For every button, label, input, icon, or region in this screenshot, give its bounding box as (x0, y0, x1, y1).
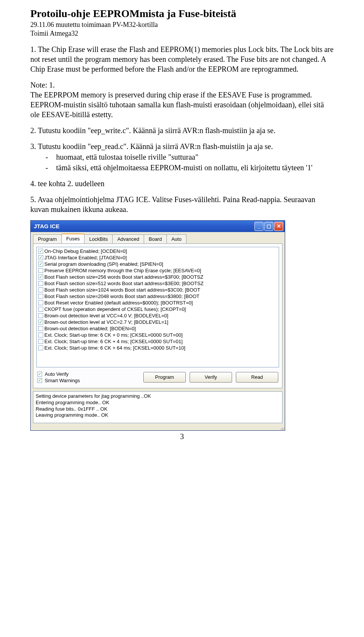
fuse-label: CKOPT fuse (operation dependent of CKSEL… (44, 306, 186, 312)
close-button[interactable]: ✕ (274, 222, 283, 231)
fuse-label: On-Chip Debug Enabled; [OCDEN=0] (44, 248, 127, 254)
fuse-label: Ext. Clock; Start-up time: 6 CK + 64 ms;… (44, 345, 185, 351)
fuse-label: Boot Flash section size=2048 words Boot … (44, 293, 199, 299)
fuse-label: Serial program downloading (SPI) enabled… (44, 261, 163, 267)
status-line: Setting device parameters for jtag progr… (36, 393, 280, 400)
fuse-row[interactable]: Boot Flash section size=2048 words Boot … (38, 293, 278, 300)
fuse-row[interactable]: On-Chip Debug Enabled; [OCDEN=0] (38, 248, 278, 254)
fuse-checkbox[interactable] (38, 255, 43, 260)
list-item: tämä siksi, että ohjelmoitaessa EEPROM-m… (56, 163, 312, 173)
paragraph-1: 1. The Chip Erase will erase the Flash a… (30, 44, 334, 74)
status-line: Entering programming mode.. OK (36, 400, 280, 406)
fuse-label: JTAG Interface Enabled; [JTAGEN=0] (44, 255, 127, 260)
fuse-label: Brown-out detection enabled; [BODEN=0] (44, 326, 136, 331)
fuse-row[interactable]: JTAG Interface Enabled; [JTAGEN=0] (38, 254, 278, 261)
fuse-label: Brown-out detection level at VCC=2.7 V; … (44, 319, 168, 325)
tab-program[interactable]: Program (33, 234, 62, 243)
fuse-label: Preserve EEPROM memory through the Chip … (44, 268, 201, 273)
fuse-row[interactable]: Boot Flash section size=512 words Boot s… (38, 280, 278, 287)
fuse-row[interactable]: CKOPT fuse (operation dependent of CKSEL… (38, 306, 278, 312)
tab-advanced[interactable]: Advanced (112, 234, 144, 243)
fuse-label: Boot Flash section size=256 words Boot s… (44, 274, 203, 280)
fuse-checkbox[interactable] (38, 339, 43, 344)
window-titlebar[interactable]: JTAG ICE _ ▢ ✕ (31, 221, 285, 232)
status-line: Reading fuse bits.. 0x1FFF .. OK (36, 406, 280, 413)
jtag-ice-window: JTAG ICE _ ▢ ✕ Program Fuses LockBits Ad… (30, 220, 285, 431)
tab-content-fuses: On-Chip Debug Enabled; [OCDEN=0]JTAG Int… (33, 243, 282, 388)
window-title: JTAG ICE (32, 223, 254, 229)
fuse-row[interactable]: Serial program downloading (SPI) enabled… (38, 261, 278, 267)
auto-verify-checkbox[interactable] (37, 372, 42, 377)
fuse-checkbox[interactable] (38, 294, 43, 299)
smart-warnings-label: Smart Warnings (45, 378, 80, 383)
fuse-label: Ext. Clock; Start-up time: 6 CK + 0 ms; … (44, 332, 183, 338)
fuse-label: Ext. Clock; Start-up time: 6 CK + 4 ms; … (44, 339, 183, 344)
paragraph-2: Note: 1. The EEPRPOM memory is preserved… (30, 80, 334, 119)
fuse-row[interactable]: Brown-out detection enabled; [BODEN=0] (38, 325, 278, 332)
smart-warnings-checkbox[interactable] (37, 378, 42, 383)
fuse-label: Boot Flash section size=1024 words Boot … (44, 287, 200, 293)
bullet-dash: - (46, 152, 56, 162)
fuse-checkbox[interactable] (38, 313, 43, 318)
minimize-button[interactable]: _ (254, 222, 264, 231)
paragraph-6: 5. Avaa ohjelmointiohjelma JTAG ICE. Val… (30, 195, 334, 214)
bullet-dash: - (46, 163, 56, 173)
subheading-date: 29.11.06 muutettu toimimaan PV-M32-korti… (30, 20, 334, 29)
tab-strip: Program Fuses LockBits Advanced Board Au… (31, 232, 285, 243)
tab-lockbits[interactable]: LockBits (84, 234, 113, 243)
paragraph-4-intro: 3. Tutustu koodiin "eep_read.c". Käännä … (30, 141, 334, 151)
fuse-checkbox[interactable] (38, 345, 43, 350)
page-number: 3 (30, 432, 334, 441)
read-button[interactable]: Read (236, 372, 278, 383)
fuse-row[interactable]: Ext. Clock; Start-up time: 6 CK + 64 ms;… (38, 345, 278, 351)
fuse-checkbox[interactable] (38, 333, 43, 337)
fuse-row[interactable]: Ext. Clock; Start-up time: 6 CK + 4 ms; … (38, 338, 278, 345)
fuse-checkbox[interactable] (38, 326, 43, 331)
fuse-checkbox[interactable] (38, 262, 43, 267)
fuse-label: Brown-out detection level at VCC=4.0 V; … (44, 313, 168, 318)
fuse-checkbox[interactable] (38, 287, 43, 292)
fuse-row[interactable]: Boot Flash section size=256 words Boot s… (38, 274, 278, 280)
paragraph-5: 4. tee kohta 2. uudelleen (30, 179, 334, 188)
fuse-row[interactable]: Ext. Clock; Start-up time: 6 CK + 0 ms; … (38, 332, 278, 338)
auto-verify-label: Auto Verify (45, 371, 69, 377)
fuse-label: Boot Flash section size=512 words Boot s… (44, 281, 204, 286)
fuse-checkbox[interactable] (38, 268, 43, 273)
fuse-row[interactable]: Boot Flash section size=1024 words Boot … (38, 287, 278, 293)
status-line: Leaving programming mode.. OK (36, 412, 280, 419)
tab-board[interactable]: Board (144, 234, 167, 243)
fuse-checkbox[interactable] (38, 300, 43, 305)
fuse-checkbox[interactable] (38, 281, 43, 286)
fuse-label: Boot Reset vector Enabled (default addre… (44, 300, 193, 306)
maximize-button[interactable]: ▢ (264, 222, 273, 231)
subheading-device: Toimii Atmega32 (30, 29, 334, 38)
program-button[interactable]: Program (143, 372, 186, 383)
resize-grip-icon[interactable]: ⣠⣤ (31, 425, 285, 430)
fuse-row[interactable]: Brown-out detection level at VCC=4.0 V; … (38, 312, 278, 319)
fuse-checkbox[interactable] (38, 275, 43, 279)
paragraph-3: 2. Tutustu koodiin "eep_write.c". Käännä… (30, 126, 334, 135)
fuse-row[interactable]: Preserve EEPROM memory through the Chip … (38, 267, 278, 274)
fuse-checkbox[interactable] (38, 307, 43, 312)
tab-auto[interactable]: Auto (166, 234, 187, 243)
page-title: Protoilu-ohje EEPROMmista ja Fuse-biteis… (30, 8, 334, 20)
status-log: Setting device parameters for jtag progr… (33, 391, 282, 423)
fuse-checkbox[interactable] (38, 320, 43, 325)
list-item: huomaat, että tulostaa toiselle riville … (56, 152, 198, 162)
verify-button[interactable]: Verify (190, 372, 232, 383)
fuse-row[interactable]: Boot Reset vector Enabled (default addre… (38, 300, 278, 306)
fuse-list[interactable]: On-Chip Debug Enabled; [OCDEN=0]JTAG Int… (36, 247, 279, 367)
fuse-checkbox[interactable] (38, 249, 43, 254)
fuse-row[interactable]: Brown-out detection level at VCC=2.7 V; … (38, 319, 278, 325)
tab-fuses[interactable]: Fuses (61, 234, 85, 243)
